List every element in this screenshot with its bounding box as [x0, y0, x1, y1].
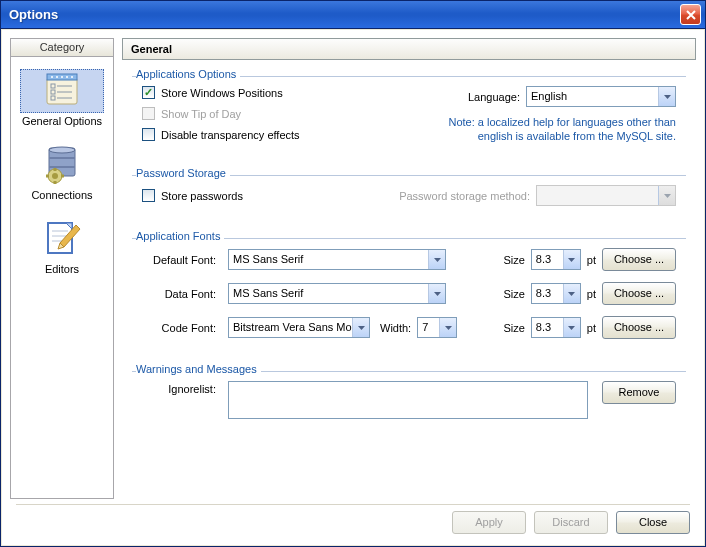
svg-point-3	[56, 76, 58, 78]
checkbox-show-tip-of-day: Show Tip of Day	[142, 107, 300, 120]
pt-label: pt	[587, 322, 596, 334]
chevron-down-icon	[352, 318, 369, 337]
bottom-button-bar: Apply Discard Close	[2, 499, 704, 545]
checkbox-box-icon	[142, 189, 155, 202]
svg-point-14	[49, 147, 75, 153]
window-close-button[interactable]	[680, 4, 701, 25]
dropdown-value: MS Sans Serif	[229, 250, 428, 269]
titlebar: Options	[1, 1, 705, 29]
chevron-down-icon	[439, 318, 456, 337]
chevron-down-icon	[428, 284, 445, 303]
group-legend: Password Storage	[136, 167, 230, 179]
size-label: Size	[503, 254, 524, 266]
checkbox-label: Show Tip of Day	[161, 108, 241, 120]
data-font-dropdown[interactable]: MS Sans Serif	[228, 283, 446, 304]
dropdown-value: 8.3	[532, 284, 563, 303]
svg-rect-21	[46, 175, 49, 178]
data-font-size-dropdown[interactable]: 8.3	[531, 283, 581, 304]
dropdown-value: MS Sans Serif	[229, 284, 428, 303]
chevron-down-icon	[428, 250, 445, 269]
dropdown-value: English	[527, 87, 658, 106]
width-label: Width:	[380, 322, 411, 334]
svg-point-2	[51, 76, 53, 78]
checkbox-box-icon	[142, 86, 155, 99]
chevron-down-icon	[658, 87, 675, 106]
group-applications-options: Applications Options Store Windows Posit…	[132, 70, 686, 153]
editor-icon	[42, 219, 82, 259]
sidebar-item-connections[interactable]: Connections	[11, 137, 113, 211]
notepad-icon	[42, 72, 82, 110]
checkbox-label: Store passwords	[161, 190, 243, 202]
main-header: General	[122, 38, 696, 60]
dropdown-value: 7	[418, 318, 439, 337]
svg-point-4	[61, 76, 63, 78]
sidebar-item-label: Editors	[45, 263, 79, 275]
password-method-label: Password storage method:	[399, 190, 530, 202]
category-sidebar: Category	[10, 38, 114, 499]
choose-data-font-button[interactable]: Choose ...	[602, 282, 676, 305]
svg-rect-22	[61, 175, 64, 178]
default-font-size-dropdown[interactable]: 8.3	[531, 249, 581, 270]
dropdown-value: Bitstream Vera Sans Mono	[229, 318, 352, 337]
password-method-dropdown	[536, 185, 676, 206]
database-icon	[41, 144, 83, 186]
checkbox-box-icon	[142, 107, 155, 120]
size-label: Size	[503, 288, 524, 300]
svg-point-18	[52, 173, 58, 179]
code-font-width-dropdown[interactable]: 7	[417, 317, 457, 338]
checkbox-store-windows-positions[interactable]: Store Windows Positions	[142, 86, 300, 99]
svg-point-6	[71, 76, 73, 78]
language-dropdown[interactable]: English	[526, 86, 676, 107]
remove-button[interactable]: Remove	[602, 381, 676, 404]
dropdown-value: 8.3	[532, 250, 563, 269]
chevron-down-icon	[563, 284, 580, 303]
checkbox-label: Store Windows Positions	[161, 87, 283, 99]
sidebar-item-editors[interactable]: Editors	[11, 211, 113, 285]
ignorelist-textarea[interactable]	[228, 381, 588, 419]
code-font-dropdown[interactable]: Bitstream Vera Sans Mono	[228, 317, 370, 338]
svg-point-5	[66, 76, 68, 78]
chevron-down-icon	[658, 186, 675, 205]
chevron-down-icon	[563, 318, 580, 337]
main-panel: General Applications Options Store Windo…	[122, 38, 696, 499]
pt-label: pt	[587, 254, 596, 266]
window-title: Options	[9, 7, 680, 22]
apply-button: Apply	[452, 511, 526, 534]
group-password-storage: Password Storage Store passwords Passwor…	[132, 169, 686, 216]
sidebar-item-label: General Options	[22, 115, 102, 127]
group-legend: Application Fonts	[136, 230, 224, 242]
sidebar-header: Category	[11, 39, 113, 57]
svg-rect-15	[49, 157, 75, 159]
checkbox-box-icon	[142, 128, 155, 141]
group-application-fonts: Application Fonts Default Font: MS Sans …	[132, 232, 686, 349]
svg-rect-16	[49, 166, 75, 168]
chevron-down-icon	[563, 250, 580, 269]
language-label: Language:	[468, 91, 520, 103]
discard-button: Discard	[534, 511, 608, 534]
sidebar-item-label: Connections	[31, 189, 92, 201]
language-note: Note: a localized help for languages oth…	[416, 115, 676, 143]
dropdown-value	[537, 186, 658, 205]
checkbox-store-passwords[interactable]: Store passwords	[142, 189, 243, 202]
code-font-label: Code Font:	[142, 322, 222, 334]
group-legend: Applications Options	[136, 68, 240, 80]
data-font-label: Data Font:	[142, 288, 222, 300]
checkbox-label: Disable transparency effects	[161, 129, 300, 141]
code-font-size-dropdown[interactable]: 8.3	[531, 317, 581, 338]
size-label: Size	[503, 322, 524, 334]
dropdown-value: 8.3	[532, 318, 563, 337]
pt-label: pt	[587, 288, 596, 300]
default-font-dropdown[interactable]: MS Sans Serif	[228, 249, 446, 270]
svg-rect-20	[54, 181, 57, 184]
client-area: Category	[2, 30, 704, 545]
checkbox-disable-transparency[interactable]: Disable transparency effects	[142, 128, 300, 141]
sidebar-item-general-options[interactable]: General Options	[11, 63, 113, 137]
choose-default-font-button[interactable]: Choose ...	[602, 248, 676, 271]
ignorelist-label: Ignorelist:	[142, 381, 222, 395]
group-legend: Warnings and Messages	[136, 363, 261, 375]
choose-code-font-button[interactable]: Choose ...	[602, 316, 676, 339]
close-button[interactable]: Close	[616, 511, 690, 534]
options-window: Options Category	[0, 0, 706, 547]
default-font-label: Default Font:	[142, 254, 222, 266]
svg-rect-19	[54, 168, 57, 171]
